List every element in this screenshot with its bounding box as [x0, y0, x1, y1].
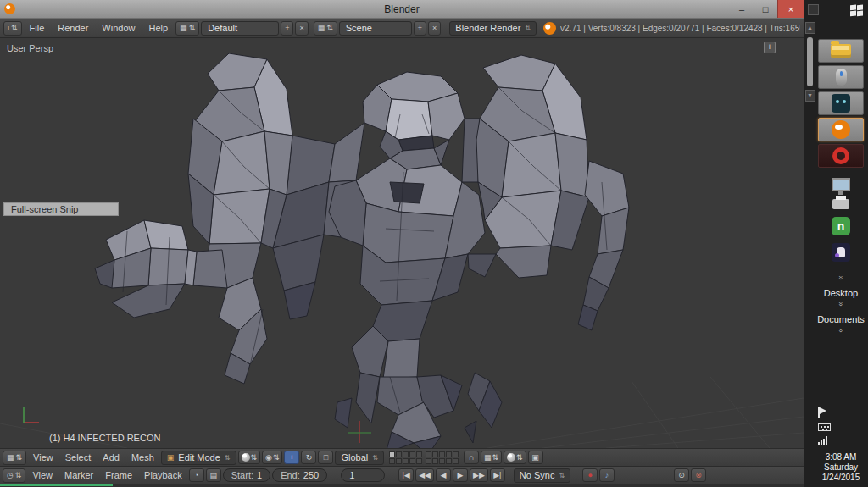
menu-render[interactable]: Render [52, 19, 94, 37]
timeline-editor-type-button[interactable]: ◷ ⇅ [3, 468, 25, 483]
render-preview-dropdown[interactable]: ⇅ [504, 451, 526, 464]
render-engine-dropdown[interactable]: Blender Render ⇅ [449, 21, 537, 36]
layers-group-2[interactable] [426, 451, 459, 464]
blender-logo-icon [543, 22, 556, 35]
mini-axis-gizmo [24, 407, 39, 423]
blender-window: Blender – □ × i ⇅ File Render Window Hel… [0, 0, 804, 487]
toolbar-chevron-icon[interactable]: » [837, 302, 845, 306]
remove-scene-button[interactable]: × [428, 21, 441, 36]
menu-frame[interactable]: Frame [100, 467, 137, 484]
menu-file[interactable]: File [24, 19, 51, 37]
menu-view[interactable]: View [28, 449, 58, 466]
screen-layout-browse-button[interactable]: ▦ ⇅ [175, 21, 199, 36]
scene-browse-button[interactable]: ▦ ⇅ [314, 21, 337, 36]
notes-letter: n [837, 219, 845, 233]
media-app-tile[interactable] [818, 65, 864, 89]
menu-select[interactable]: Select [60, 449, 97, 466]
manipulator-scale-button[interactable]: □ [318, 451, 333, 464]
opengl-render-button[interactable]: ▣ [528, 451, 543, 464]
add-layout-button[interactable]: + [281, 21, 293, 36]
viewport-3d[interactable]: User Persp + Full-screen Snip (1) H4 INF… [0, 38, 804, 448]
lock-time-cursor-toggle[interactable]: ▤ [206, 468, 221, 482]
mode-dropdown[interactable]: ▣ Edit Mode ⇅ [161, 451, 236, 465]
current-frame-field[interactable]: 1 [341, 468, 385, 482]
chevron-updown-icon: ⇅ [372, 454, 378, 462]
clock-time: 3:08 AM [818, 452, 864, 462]
render-sphere-icon [507, 453, 515, 462]
file-explorer-tile[interactable] [818, 39, 864, 63]
minimize-button[interactable]: – [730, 0, 754, 18]
action-center-flag-icon[interactable] [818, 407, 827, 418]
taskbar-clock[interactable]: 3:08 AM Saturday 1/24/2015 [818, 448, 864, 487]
touch-keyboard-icon[interactable] [818, 423, 831, 431]
documents-toolbar-label[interactable]: Documents [817, 314, 865, 324]
audio-sync-icon-button[interactable]: ♪ [599, 468, 615, 482]
fullscreen-snip-tooltip[interactable]: Full-screen Snip [3, 202, 119, 216]
windows-taskbar: ▲ ▼ n » Desktop » Documents » 3:08 AM Sa… [804, 0, 868, 487]
jump-next-keyframe-button[interactable]: ▶▶ [470, 468, 488, 482]
manipulator-rotate-button[interactable]: ↻ [301, 451, 316, 464]
mesh-model[interactable] [0, 38, 804, 448]
add-scene-button[interactable]: + [414, 21, 426, 36]
menu-help[interactable]: Help [142, 19, 174, 37]
end-frame-field[interactable]: End: 250 [272, 468, 327, 482]
menu-view-timeline[interactable]: View [27, 467, 58, 484]
expand-properties-region-button[interactable]: + [764, 42, 776, 53]
info-editor-type-button[interactable]: i ⇅ [3, 21, 22, 36]
blender-app-icon [4, 3, 15, 14]
taskbar-scrollbar[interactable] [807, 37, 813, 86]
remove-layout-button[interactable]: × [295, 21, 308, 36]
toolbar-scroll-down-button[interactable]: ▼ [805, 90, 815, 102]
notes-app-icon[interactable]: n [832, 217, 850, 235]
viewport-shading-dropdown[interactable]: ⇅ [238, 451, 261, 464]
maximize-button[interactable]: □ [754, 0, 777, 18]
view3d-editor-type-button[interactable]: ▦ ⇅ [3, 451, 26, 465]
end-frame-value: 250 [303, 470, 319, 480]
menu-add[interactable]: Add [97, 449, 125, 466]
start-button[interactable] [850, 5, 862, 15]
monitor-icon[interactable] [832, 178, 850, 191]
close-button[interactable]: × [777, 0, 804, 18]
menu-window[interactable]: Window [96, 19, 141, 37]
jump-to-start-button[interactable]: |◀ [398, 468, 414, 482]
layers-group-1[interactable] [389, 451, 422, 464]
desktop-toolbar-label[interactable]: Desktop [824, 288, 858, 298]
insert-keyframe-button[interactable]: ⊙ [674, 468, 689, 482]
taskbar-top [804, 0, 868, 20]
transform-orientation-dropdown[interactable]: Global ⇅ [335, 451, 384, 465]
screen-layout-name-field[interactable]: Default [201, 21, 279, 36]
manipulator-translate-button[interactable]: + [284, 451, 299, 464]
play-reverse-button[interactable]: ◀ [436, 468, 451, 482]
menu-mesh[interactable]: Mesh [126, 449, 159, 466]
menu-playback[interactable]: Playback [139, 467, 187, 484]
clock-date: 1/24/2015 [818, 473, 864, 483]
start-frame-field[interactable]: Start: 1 [223, 468, 270, 482]
printer-icon[interactable] [832, 199, 849, 209]
menu-marker[interactable]: Marker [59, 467, 98, 484]
play-button[interactable]: ▶ [453, 468, 468, 482]
blender-tile[interactable] [818, 118, 864, 141]
layers-widget[interactable] [389, 451, 459, 464]
toolbar-chevron-icon[interactable]: » [837, 275, 845, 279]
clock-day: Saturday [818, 462, 864, 473]
paint-app-icon[interactable] [832, 243, 850, 262]
pivot-point-dropdown[interactable]: ◉ ⇅ [262, 451, 282, 464]
auto-keyframe-record-button[interactable]: ● [582, 468, 598, 482]
game-app-tile[interactable] [818, 91, 864, 115]
network-signal-icon[interactable] [818, 436, 864, 445]
scene-name-field[interactable]: Scene [339, 21, 412, 36]
titlebar[interactable]: Blender – □ × [0, 0, 804, 19]
toolbar-mini-icon[interactable] [808, 4, 819, 15]
opera-tile[interactable] [818, 144, 864, 168]
sync-mode-dropdown[interactable]: No Sync ⇅ [514, 468, 570, 483]
jump-prev-keyframe-button[interactable]: ◀◀ [415, 468, 434, 482]
snap-element-dropdown[interactable]: ▦ ⇅ [481, 451, 502, 464]
toolbar-chevron-icon[interactable]: » [837, 328, 845, 332]
scene-icon: ▦ [318, 24, 326, 32]
toolbar-scroll-up-button[interactable]: ▲ [805, 22, 815, 34]
preview-range-toggle[interactable]: ◔ [189, 468, 204, 482]
snap-toggle-button[interactable]: ∩ [464, 451, 479, 464]
taskbar-app-icons: n [832, 178, 850, 262]
jump-to-end-button[interactable]: ▶| [490, 468, 505, 482]
delete-keyframe-button[interactable]: ⊗ [691, 468, 706, 482]
